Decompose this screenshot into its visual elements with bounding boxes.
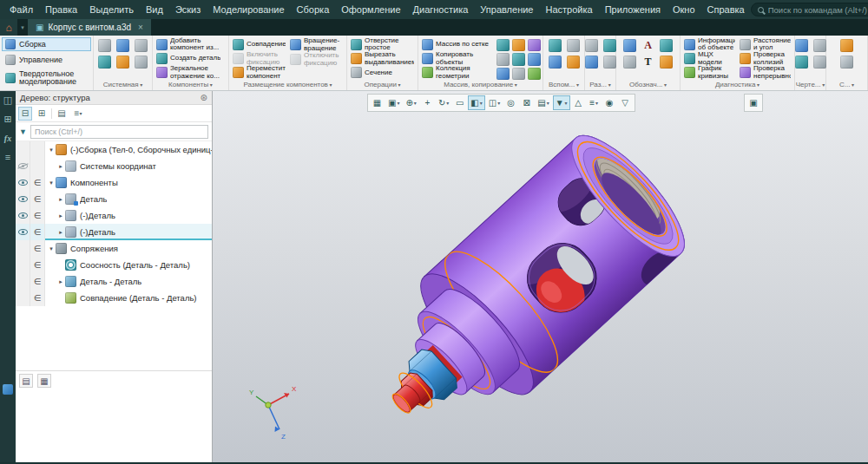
menu-item-8[interactable]: Диагностика	[407, 0, 475, 19]
message-panel-icon[interactable]	[3, 384, 13, 395]
collection-icon[interactable]	[528, 68, 541, 80]
layers-icon[interactable]	[116, 56, 129, 69]
include-cell[interactable]: ∈	[30, 240, 45, 257]
collision-check-button[interactable]: Проверка коллизий	[739, 51, 792, 65]
menu-item-5[interactable]: Моделирование	[207, 0, 290, 19]
delete-array-icon[interactable]	[512, 68, 525, 80]
copy-objects-button[interactable]: Копировать объекты	[421, 51, 494, 65]
perspective-icon[interactable]: ◎	[503, 95, 518, 110]
viewport[interactable]: ▦▣▾⊕▾+↻▾▭◧▾◫▾◎⊠▤▾▼▾△≡▾◉▽ ▣	[213, 91, 868, 462]
expander-icon[interactable]: ▾	[47, 180, 56, 186]
mode-solid-modeling-button[interactable]: Твердотельное моделирование	[2, 69, 91, 88]
mate-rotation-button[interactable]: Вращение-вращение	[289, 37, 344, 52]
break-view-icon[interactable]	[585, 56, 598, 69]
more-commands-icon[interactable]	[840, 56, 853, 69]
expander-icon[interactable]: ▸	[56, 278, 65, 285]
tree-row[interactable]: ∈▾Компоненты	[16, 174, 212, 191]
isolate-icon[interactable]: ▣	[744, 94, 763, 112]
include-cell[interactable]: ∈	[30, 174, 45, 191]
panels-toggle-icon[interactable]: ◫	[3, 95, 12, 105]
tabs-dropdown-icon[interactable]: ▾	[17, 19, 28, 36]
menu-item-13[interactable]: Справка	[701, 0, 751, 19]
menu-item-1[interactable]: Правка	[39, 0, 83, 19]
menu-item-2[interactable]: Выделить	[83, 0, 140, 19]
tree-structure-view-icon[interactable]: ⊟	[18, 107, 32, 121]
visibility-cell[interactable]	[16, 174, 30, 191]
layout-icon[interactable]	[795, 56, 808, 69]
expander-icon[interactable]: ▸	[56, 229, 65, 236]
detail-view-icon[interactable]	[603, 39, 616, 52]
menu-item-9[interactable]: Управление	[474, 0, 539, 19]
continuity-check-button[interactable]: Проверка непрерывности	[739, 66, 792, 80]
curvature-graph-button[interactable]: График кривизны	[683, 66, 736, 80]
mass-properties-button[interactable]: МЦХ модели	[683, 51, 736, 65]
dim-style-icon[interactable]	[813, 56, 826, 69]
cut-extrude-button[interactable]: Вырезать выдавливанием	[350, 51, 415, 65]
move-component-button[interactable]: Переместить компонент	[232, 66, 286, 80]
add-component-button[interactable]: Добавить компонент из...	[155, 37, 226, 51]
tree-row[interactable]: ∈▸Деталь	[16, 191, 212, 207]
copy-icon[interactable]	[135, 39, 148, 52]
axis-icon[interactable]	[567, 39, 580, 52]
display-mode-icon[interactable]: ◫▾	[486, 95, 503, 110]
pan-icon[interactable]: +	[420, 95, 435, 110]
text-label-icon[interactable]: А	[641, 39, 654, 52]
include-cell[interactable]	[30, 158, 45, 174]
bottom-grid-icon[interactable]: ▦	[37, 374, 51, 388]
mode-assembly-button[interactable]: Сборка	[2, 37, 91, 51]
menu-item-7[interactable]: Оформление	[335, 0, 406, 19]
tree-row[interactable]: ∈▸(-)Деталь	[16, 224, 212, 240]
dimension-icon[interactable]	[623, 39, 636, 52]
preview-icon[interactable]	[116, 39, 129, 52]
create-part-button[interactable]: Создать деталь	[155, 51, 226, 65]
point-icon[interactable]	[549, 56, 562, 69]
copy-buffer-icon[interactable]	[528, 39, 541, 51]
geometry-collection-button[interactable]: Коллекция геометрии	[421, 66, 494, 80]
include-cell[interactable]: ∈	[30, 290, 45, 306]
expander-icon[interactable]: ▾	[47, 245, 56, 252]
menu-item-6[interactable]: Сборка	[291, 0, 336, 19]
table-array-icon[interactable]	[512, 39, 525, 51]
tree-layers-icon[interactable]: ▤	[55, 107, 69, 121]
menu-panel-icon[interactable]: ≡	[5, 153, 10, 162]
curve-array-icon[interactable]	[496, 68, 510, 80]
mirror-array-icon[interactable]	[496, 39, 510, 51]
section-button[interactable]: Сечение	[350, 66, 415, 80]
mate-coincident-button[interactable]: Совпадение	[232, 37, 286, 51]
visibility-cell[interactable]	[16, 158, 30, 174]
mode-management-button[interactable]: Управление	[2, 53, 91, 67]
visibility-cell[interactable]	[16, 240, 30, 257]
tree-row[interactable]: ▾(-)Сборка (Тел-0, Сборочных единиц-0	[16, 141, 212, 158]
tree-row[interactable]: ▸Системы координат	[16, 158, 212, 174]
visibility-cell[interactable]	[16, 290, 30, 306]
visibility-cell[interactable]	[16, 191, 30, 207]
roughness-icon[interactable]	[660, 39, 673, 52]
spec-icon[interactable]	[840, 39, 853, 52]
include-cell[interactable]: ∈	[30, 207, 45, 224]
tree-row[interactable]: ∈Соосность (Деталь - Деталь)	[16, 257, 212, 273]
plane-icon[interactable]	[549, 39, 562, 52]
tab-close-icon[interactable]: ×	[138, 23, 143, 32]
visibility-cell[interactable]	[16, 257, 30, 273]
scene-list-icon[interactable]: ≡▾	[587, 95, 602, 110]
section-view-icon[interactable]	[585, 39, 598, 52]
tree-row[interactable]: ∈▸Деталь - Деталь	[16, 273, 212, 290]
down-filter-icon[interactable]: ▽	[618, 95, 633, 110]
layers-icon[interactable]: ▤▾	[535, 95, 551, 110]
paste-buffer-icon[interactable]	[528, 53, 541, 65]
drawing-icon[interactable]	[795, 39, 808, 52]
document-tab[interactable]: ▣ Корпус с винтом.a3d ×	[28, 19, 151, 36]
fit-view-icon[interactable]: ▭	[452, 95, 467, 110]
tree-filter-menu[interactable]: ≡▾	[71, 107, 85, 121]
display-grid-icon[interactable]: ▣▾	[385, 95, 402, 110]
command-search[interactable]	[751, 3, 868, 16]
snap-icon[interactable]: ◉	[602, 95, 617, 110]
print-icon[interactable]	[98, 39, 111, 52]
menu-item-0[interactable]: Файл	[3, 0, 39, 19]
simple-hole-button[interactable]: Отверстие простое	[350, 37, 415, 51]
visibility-cell[interactable]	[16, 273, 30, 290]
expander-icon[interactable]: ▾	[47, 147, 56, 154]
gear-icon[interactable]: ⊛	[201, 93, 207, 102]
table-icon[interactable]: Т	[641, 56, 654, 69]
visibility-cell[interactable]	[16, 207, 30, 224]
